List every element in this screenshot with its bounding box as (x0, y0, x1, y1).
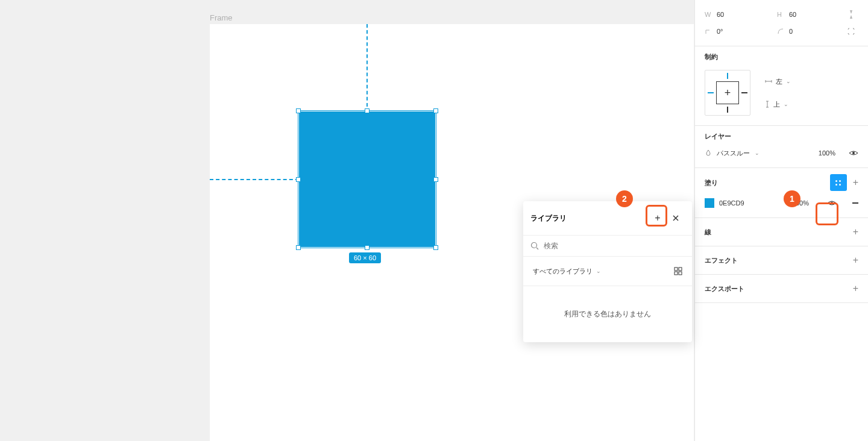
add-export-icon[interactable]: + (853, 283, 858, 294)
resize-handle-bottom-left[interactable] (296, 245, 301, 250)
add-fill-icon[interactable]: + (853, 177, 858, 188)
chevron-down-icon: ⌄ (596, 268, 601, 274)
styles-button[interactable] (830, 174, 847, 191)
constraint-top-indicator (727, 73, 728, 79)
grid-view-icon[interactable] (674, 267, 682, 275)
resize-handle-left[interactable] (296, 177, 301, 182)
width-field[interactable]: W 60 (705, 11, 742, 18)
layer-section: レイヤー パススルー ⌄ 100% (695, 126, 868, 168)
popup-empty-state: 利用できる色はありません (523, 286, 692, 342)
library-popup: ライブラリ + すべてのライブラリ ⌄ 利用できる色はありません (523, 201, 692, 342)
styles-grid-icon (835, 180, 841, 186)
height-field[interactable]: H 60 (777, 11, 814, 18)
constraint-horizontal-value: 左 (776, 77, 782, 86)
eye-icon[interactable] (827, 199, 837, 207)
effects-title: エフェクト (705, 256, 738, 265)
constraint-right-indicator (741, 92, 747, 93)
height-value[interactable]: 60 (789, 11, 814, 18)
fill-color-swatch[interactable] (705, 198, 714, 208)
constraint-widget[interactable]: + (705, 70, 750, 116)
search-input[interactable] (544, 242, 685, 250)
popup-title: ライブラリ (530, 213, 567, 224)
guide-horizontal (210, 179, 299, 180)
horizontal-icon (765, 79, 772, 84)
filter-label: すべてのライブラリ (533, 267, 593, 276)
dimensions-section: W 60 H 60 0° 0 (695, 0, 868, 46)
resize-handle-bottom[interactable] (365, 245, 370, 250)
effects-section[interactable]: エフェクト + (695, 246, 868, 275)
library-filter-dropdown[interactable]: すべてのライブラリ ⌄ (533, 264, 601, 278)
remove-fill-icon[interactable] (852, 202, 858, 204)
svg-rect-5 (675, 272, 678, 275)
stroke-title: 線 (705, 228, 711, 237)
resize-handle-top-right[interactable] (433, 108, 438, 113)
constraint-bottom-indicator (727, 107, 728, 113)
export-title: エクスポート (705, 284, 744, 293)
search-icon (530, 242, 539, 250)
corner-radius-icon (777, 28, 785, 35)
fill-section: 塗り + 0E9CD9 100% (695, 168, 868, 218)
stroke-section[interactable]: 線 + (695, 218, 868, 246)
constraint-vertical-value: 上 (773, 100, 780, 109)
add-stroke-icon[interactable]: + (853, 227, 858, 237)
svg-rect-6 (679, 272, 682, 275)
resize-handle-right[interactable] (433, 177, 438, 182)
corner-radius-field[interactable]: 0 (777, 28, 814, 35)
svg-point-0 (852, 152, 855, 154)
search-row (523, 236, 692, 257)
constraint-vertical-dropdown[interactable]: 上 ⌄ (765, 97, 791, 111)
constraints-section: 制約 + 左 ⌄ 上 ⌄ (695, 46, 868, 126)
layer-opacity-value[interactable]: 100% (819, 149, 835, 157)
width-label: W (705, 11, 713, 18)
selection-bounds (298, 110, 436, 248)
fill-title: 塗り (705, 178, 718, 187)
dimensions-badge: 60 × 60 (349, 252, 381, 263)
vertical-icon (765, 101, 770, 108)
annotation-marker-2: 2 (616, 190, 633, 207)
frame-label[interactable]: Frame (210, 13, 233, 22)
individual-corners-icon[interactable] (844, 24, 858, 39)
width-value[interactable]: 60 (717, 11, 742, 18)
export-section[interactable]: エクスポート + (695, 275, 868, 303)
constraints-title: 制約 (705, 52, 858, 61)
add-effect-icon[interactable]: + (853, 255, 858, 266)
resize-handle-top[interactable] (365, 108, 370, 113)
properties-panel: W 60 H 60 0° 0 制約 (694, 0, 868, 441)
blend-mode-icon (705, 149, 712, 157)
guide-vertical (366, 24, 368, 113)
close-icon (672, 214, 679, 222)
eye-icon[interactable] (849, 149, 858, 157)
resize-handle-top-left[interactable] (296, 108, 301, 113)
resize-handle-bottom-right[interactable] (433, 245, 438, 250)
constraint-center-icon: + (716, 81, 739, 104)
constraint-left-indicator (708, 92, 714, 93)
constrain-proportions-icon[interactable] (844, 7, 858, 22)
constraint-horizontal-dropdown[interactable]: 左 ⌄ (765, 74, 791, 89)
svg-rect-4 (679, 267, 682, 271)
height-label: H (777, 11, 785, 18)
corner-radius-value[interactable]: 0 (789, 28, 814, 35)
chevron-down-icon: ⌄ (755, 150, 760, 156)
add-style-button[interactable]: + (649, 209, 667, 227)
annotation-marker-1: 1 (784, 190, 800, 207)
rotation-icon (705, 28, 713, 35)
fill-hex-value[interactable]: 0E9CD9 (719, 199, 744, 207)
svg-point-2 (532, 243, 537, 248)
chevron-down-icon: ⌄ (784, 101, 788, 107)
layer-title: レイヤー (705, 132, 858, 141)
rotation-value[interactable]: 0° (717, 28, 742, 35)
blend-mode-value[interactable]: パススルー (717, 149, 750, 158)
svg-rect-3 (675, 267, 678, 271)
chevron-down-icon: ⌄ (786, 78, 791, 84)
rotation-field[interactable]: 0° (705, 28, 742, 35)
svg-point-1 (831, 202, 833, 204)
close-button[interactable] (667, 209, 685, 227)
